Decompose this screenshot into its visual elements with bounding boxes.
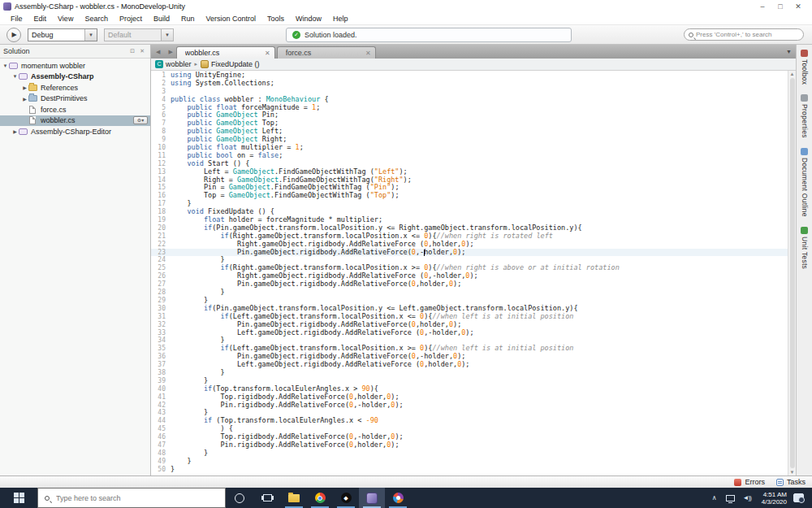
breadcrumb-item[interactable]: wobbler bbox=[166, 60, 192, 68]
file-explorer-taskbar-button[interactable] bbox=[281, 488, 307, 508]
code-line[interactable]: 38 } bbox=[151, 369, 788, 377]
expander-icon[interactable]: ▼ bbox=[2, 63, 9, 68]
global-search-box[interactable] bbox=[684, 28, 804, 41]
taskbar-clock[interactable]: 4:51 AM 4/3/2020 bbox=[755, 491, 793, 506]
line-number: 12 bbox=[151, 160, 166, 168]
expander-icon[interactable]: ▶ bbox=[21, 85, 28, 90]
tab-close-icon[interactable]: ✕ bbox=[362, 50, 371, 57]
breadcrumb-item[interactable]: FixedUpdate () bbox=[211, 60, 260, 68]
tree-item-momentum-wobbler[interactable]: ▼momentum wobbler bbox=[0, 60, 150, 72]
tab-nav-right-icon[interactable]: ▶ bbox=[163, 49, 175, 59]
tree-item-destprimitives[interactable]: ▶DestPrimitives bbox=[0, 93, 150, 105]
code-line[interactable]: 49 } bbox=[151, 458, 788, 466]
menu-item-project[interactable]: Project bbox=[114, 15, 148, 23]
code-line[interactable]: 33 Left.gameObject.rigidbody.AddRelative… bbox=[151, 329, 788, 337]
code-text-area[interactable]: 1using UnityEngine;2using System.Collect… bbox=[151, 71, 788, 475]
code-line[interactable]: 2using System.Collections; bbox=[151, 80, 788, 88]
menu-item-help[interactable]: Help bbox=[327, 15, 354, 23]
code-line[interactable]: 16 Top = GameObject.FindGameObjectWithTa… bbox=[151, 192, 788, 200]
close-button[interactable]: ✕ bbox=[789, 2, 807, 11]
code-text: if(Right.gameObject.transform.localPosit… bbox=[171, 232, 553, 240]
tab-wobbler-cs[interactable]: wobbler.cs✕ bbox=[176, 46, 275, 59]
start-button[interactable] bbox=[0, 488, 37, 508]
code-text: Pin.gameObject.rigidbody.AddRelativeForc… bbox=[171, 320, 461, 328]
menu-item-search[interactable]: Search bbox=[79, 15, 114, 23]
menu-item-run[interactable]: Run bbox=[175, 15, 201, 23]
tab-close-icon[interactable]: ✕ bbox=[261, 50, 270, 57]
line-number: 34 bbox=[151, 336, 166, 345]
menu-item-version-control[interactable]: Version Control bbox=[200, 15, 261, 23]
cortana-button[interactable] bbox=[226, 488, 253, 508]
maximize-button[interactable]: □ bbox=[771, 2, 789, 11]
build-configuration-value: Default bbox=[105, 31, 161, 39]
code-line[interactable]: 23 Pin.gameObject.rigidbody.AddRelativeF… bbox=[151, 249, 788, 257]
expander-icon[interactable]: ▼ bbox=[11, 74, 19, 79]
menu-item-edit[interactable]: Edit bbox=[28, 15, 53, 23]
line-number: 8 bbox=[151, 128, 166, 136]
tab-nav-left-icon[interactable]: ◀ bbox=[151, 49, 163, 59]
scrollbar-thumb[interactable] bbox=[790, 78, 795, 468]
tree-item-assembly-csharp[interactable]: ▼Assembly-CSharp bbox=[0, 72, 150, 83]
dock-tab-toolbox[interactable]: Toolbox bbox=[801, 50, 809, 85]
code-line[interactable]: 42 Pin.rigidbody.AddRelativeForce(0,-hol… bbox=[151, 402, 788, 410]
menu-item-file[interactable]: File bbox=[5, 15, 28, 23]
taskbar-search-input[interactable] bbox=[52, 494, 225, 502]
tray-chevron-up-icon[interactable]: ∧ bbox=[707, 494, 722, 501]
close-panel-icon[interactable]: ✕ bbox=[137, 48, 147, 54]
tab-overflow-icon[interactable]: ▼ bbox=[786, 49, 796, 59]
minimize-button[interactable]: – bbox=[754, 2, 771, 11]
tree-item-references[interactable]: ▶References bbox=[0, 82, 150, 93]
expander-icon[interactable]: ▶ bbox=[11, 128, 19, 134]
chrome-taskbar-button[interactable] bbox=[307, 488, 333, 508]
code-line[interactable]: 37 Left.gameObject.rigidbody.AddRelative… bbox=[151, 361, 788, 369]
gear-icon[interactable]: ⚙▾ bbox=[133, 116, 148, 124]
code-line[interactable]: 50} bbox=[151, 466, 788, 474]
line-number: 50 bbox=[151, 466, 166, 474]
tasks-icon bbox=[776, 479, 784, 486]
build-configuration-dropdown[interactable]: Default ▼ bbox=[104, 28, 174, 41]
menu-item-view[interactable]: View bbox=[52, 15, 79, 23]
right-dock-strip: ToolboxPropertiesDocument OutlineUnit Te… bbox=[796, 45, 812, 475]
global-search-input[interactable] bbox=[696, 31, 803, 38]
run-button[interactable]: ▶ bbox=[6, 28, 21, 42]
solution-panel-header: Solution ⊡ ✕ bbox=[0, 45, 150, 59]
file-icon bbox=[29, 106, 36, 114]
code-line[interactable]: 28 } bbox=[151, 289, 788, 297]
code-text: } bbox=[171, 457, 192, 465]
menu-item-build[interactable]: Build bbox=[148, 15, 175, 23]
tab-force-cs[interactable]: force.cs✕ bbox=[277, 46, 376, 59]
taskbar-search-box[interactable] bbox=[37, 488, 226, 508]
paint-3d-taskbar-button[interactable] bbox=[385, 488, 411, 508]
code-line[interactable]: 44 if (Top.transform.localEulerAngles.x … bbox=[151, 417, 788, 425]
menu-item-tools[interactable]: Tools bbox=[261, 15, 290, 23]
tree-item-assembly-csharp-editor[interactable]: ▶Assembly-CSharp-Editor bbox=[0, 126, 150, 137]
code-line[interactable]: 48 } bbox=[151, 449, 788, 458]
errors-button[interactable]: Errors bbox=[734, 478, 765, 486]
code-text: Pin.gameObject.rigidbody.AddRelativeForc… bbox=[171, 248, 465, 256]
tree-item-force-cs[interactable]: force.cs bbox=[0, 104, 150, 115]
line-number: 3 bbox=[151, 88, 166, 96]
expander-icon[interactable]: ▶ bbox=[21, 96, 28, 102]
dock-tab-unit-tests[interactable]: Unit Tests bbox=[801, 227, 809, 269]
editor-scrollbar[interactable]: ▲ ▼ bbox=[788, 71, 796, 475]
scroll-up-icon[interactable]: ▲ bbox=[790, 72, 795, 76]
code-line[interactable]: 27 Pin.gameObject.rigidbody.AddRelativeF… bbox=[151, 280, 788, 289]
menu-item-window[interactable]: Window bbox=[290, 15, 327, 23]
line-number: 13 bbox=[151, 168, 166, 176]
tasks-button[interactable]: Tasks bbox=[776, 478, 806, 486]
run-configuration-dropdown[interactable]: Debug ▼ bbox=[28, 28, 97, 41]
line-number: 20 bbox=[151, 224, 166, 232]
tree-item-wobbler-cs[interactable]: wobbler.cs⚙▾ bbox=[0, 115, 150, 127]
dock-tab-document-outline[interactable]: Document Outline bbox=[801, 148, 809, 217]
scroll-down-icon[interactable]: ▼ bbox=[790, 470, 795, 475]
volume-icon[interactable]: ◄)) bbox=[743, 494, 751, 501]
monodevelop-taskbar-button[interactable] bbox=[359, 488, 385, 508]
dock-tab-properties[interactable]: Properties bbox=[801, 94, 809, 138]
task-view-button[interactable] bbox=[253, 488, 281, 508]
errors-icon bbox=[734, 479, 741, 486]
auto-hide-icon[interactable]: ⊡ bbox=[127, 48, 137, 54]
code-line[interactable]: 47 Pin.rigidbody.AddRelativeForce(0,hold… bbox=[151, 441, 788, 449]
network-icon[interactable] bbox=[726, 495, 735, 501]
notification-center-icon[interactable] bbox=[793, 493, 804, 502]
unity-taskbar-button[interactable]: ◆ bbox=[333, 488, 359, 508]
